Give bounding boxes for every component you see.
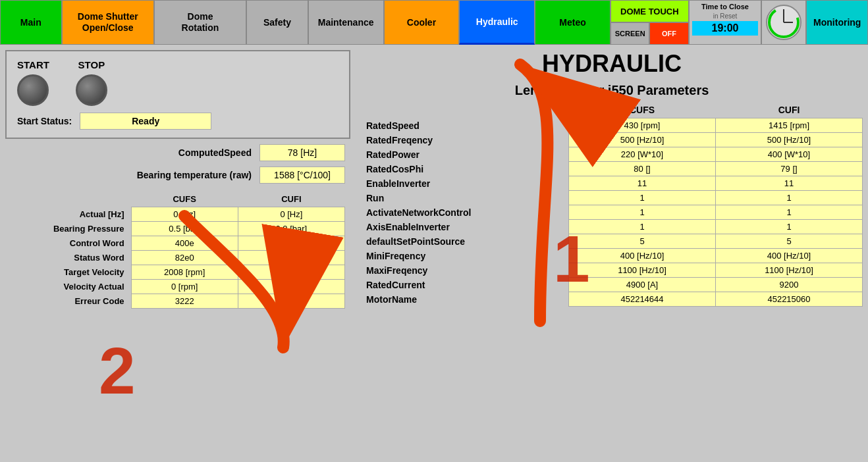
param-cufs: 5 — [569, 234, 716, 249]
lenze-title: Lenze Inverter i550 Parameters — [361, 83, 863, 98]
param-label: RatedCosPhi — [361, 162, 569, 176]
nav-dome-rotation[interactable]: DomeRotation — [154, 0, 246, 45]
table-row: RatedCosPhi 80 [] 79 [] — [361, 162, 863, 176]
param-label: RatedPower — [361, 147, 569, 162]
nav-meteo[interactable]: Meteo — [535, 0, 610, 45]
param-label: RatedCurrent — [361, 278, 569, 292]
param-cufs: 400 [Hz/10] — [569, 249, 716, 263]
param-cufs: 220 [W*10] — [569, 147, 716, 162]
row-cufi: 2296 [rpm] — [238, 265, 344, 280]
clock-circle — [761, 0, 806, 45]
param-cufs: 4900 [A] — [569, 278, 716, 292]
param-label: MiniFreqency — [361, 249, 569, 263]
table-row: Velocity Actual 0 [rpm] 0 [rpm] — [11, 280, 345, 294]
row-label: Status Word — [11, 251, 131, 265]
bearing-temp-value: 1588 [°C/100] — [259, 167, 345, 184]
nav-dome-shutter[interactable]: Dome ShutterOpen/Close — [62, 0, 154, 45]
row-cufs: 2008 [rpm] — [131, 265, 238, 280]
row-cufs: 3222 — [131, 294, 238, 309]
param-label: RatedFreqency — [361, 133, 569, 147]
table-row: MotorName 452214644 452215060 — [361, 292, 863, 307]
dome-off-btn[interactable]: OFF — [649, 22, 688, 45]
param-cufs: 11 — [569, 176, 716, 191]
start-stop-box: START STOP Start Status: Ready — [5, 50, 350, 139]
param-cufs: 430 [rpm] — [569, 118, 716, 133]
nav-safety[interactable]: Safety — [246, 0, 308, 45]
table-row: RatedCurrent 4900 [A] 9200 — [361, 278, 863, 292]
param-cufi: 1 — [716, 191, 863, 205]
table-row: Target Velocity 2008 [rpm] 2296 [rpm] — [11, 265, 345, 280]
right-col-cufs: CUFS — [569, 102, 716, 118]
bearing-temp-row: Bearing temperature (raw) 1588 [°C/100] — [5, 167, 350, 184]
row-label: Target Velocity — [11, 265, 131, 280]
nav-hydraulic[interactable]: Hydraulic — [459, 0, 535, 45]
param-cufi: 400 [W*10] — [716, 147, 863, 162]
time-to-close-label: Time to Close — [690, 1, 761, 13]
param-cufs: 80 [] — [569, 162, 716, 176]
param-cufs: 1 — [569, 205, 716, 220]
param-label: EnableInverter — [361, 176, 569, 191]
param-cufs: 1 — [569, 191, 716, 205]
param-cufs: 1 — [569, 220, 716, 234]
table-row: Bearing Pressure 0.5 [bar] 0.0 [bar] — [11, 222, 345, 236]
row-cufi: 0 [Hz] — [238, 207, 344, 222]
param-label: RatedSpeed — [361, 118, 569, 133]
table-row: Status Word 82e0 82e0 — [11, 251, 345, 265]
param-cufi: 9200 — [716, 278, 863, 292]
param-cufi: 5 — [716, 234, 863, 249]
param-label: defaultSetPointSource — [361, 234, 569, 249]
clock-icon — [764, 3, 803, 42]
dome-screen-btn[interactable]: SCREEN — [610, 22, 649, 45]
row-cufs: 82e0 — [131, 251, 238, 265]
stop-button-group[interactable]: STOP — [76, 59, 107, 106]
dome-touch-label[interactable]: DOME TOUCH — [610, 0, 689, 22]
table-row: RatedFreqency 500 [Hz/10] 500 [Hz/10] — [361, 133, 863, 147]
table-row: Run 1 1 — [361, 191, 863, 205]
stop-knob[interactable] — [76, 74, 107, 106]
left-panel: START STOP Start Status: Ready ComputedS… — [0, 45, 356, 462]
bearing-temp-label: Bearing temperature (raw) — [137, 170, 252, 180]
row-cufi: 400e — [238, 236, 344, 251]
param-cufs: 1100 [Hz/10] — [569, 263, 716, 278]
param-cufs: 500 [Hz/10] — [569, 133, 716, 147]
left-col-cufs: CUFS — [131, 192, 238, 207]
dome-touch-section: DOME TOUCH SCREEN OFF — [610, 0, 689, 45]
left-data-table: CUFS CUFI Actual [Hz] 0 [Hz] 0 [Hz] Bear… — [5, 189, 350, 311]
row-cufi: 82e0 — [238, 251, 344, 265]
param-label: ActivateNetworkControl — [361, 205, 569, 220]
start-button-group[interactable]: START — [17, 59, 49, 106]
row-cufs: 0.5 [bar] — [131, 222, 238, 236]
nav-maintenance[interactable]: Maintenance — [308, 0, 384, 45]
row-label: Velocity Actual — [11, 280, 131, 294]
nav-cooler[interactable]: Cooler — [384, 0, 460, 45]
start-knob[interactable] — [17, 74, 49, 106]
nav-main[interactable]: Main — [0, 0, 62, 45]
computed-speed-row: ComputedSpeed 78 [Hz] — [5, 144, 350, 161]
table-row: RatedSpeed 430 [rpm] 1415 [rpm] — [361, 118, 863, 133]
table-row: AxisEnableInverter 1 1 — [361, 220, 863, 234]
computed-speed-label: ComputedSpeed — [178, 147, 252, 158]
right-col-cufi: CUFI — [716, 102, 863, 118]
table-row: Erreur Code 3222 3222 — [11, 294, 345, 309]
table-row: Control Word 400e 400e — [11, 236, 345, 251]
nav-monitoring[interactable]: Monitoring — [806, 0, 868, 45]
table-row: MaxiFreqency 1100 [Hz/10] 1100 [Hz/10] — [361, 263, 863, 278]
left-col-cufi: CUFI — [238, 192, 344, 207]
row-cufs: 0 [rpm] — [131, 280, 238, 294]
time-to-close-panel: Time to Close in Reset 19:00 — [689, 0, 762, 45]
start-label: START — [17, 59, 49, 70]
table-row: ActivateNetworkControl 1 1 — [361, 205, 863, 220]
param-label: AxisEnableInverter — [361, 220, 569, 234]
param-cufi: 1 — [716, 220, 863, 234]
param-cufi: 11 — [716, 176, 863, 191]
param-label: MaxiFreqency — [361, 263, 569, 278]
param-cufi: 452215060 — [716, 292, 863, 307]
param-label: Run — [361, 191, 569, 205]
row-label: Actual [Hz] — [11, 207, 131, 222]
row-cufs: 0 [Hz] — [131, 207, 238, 222]
time-close-value: 19:00 — [692, 21, 759, 36]
param-cufi: 1 — [716, 205, 863, 220]
right-panel: HYDRAULIC Lenze Inverter i550 Parameters… — [356, 45, 868, 462]
start-status-value: Ready — [80, 113, 211, 130]
start-status-label: Start Status: — [17, 116, 72, 126]
